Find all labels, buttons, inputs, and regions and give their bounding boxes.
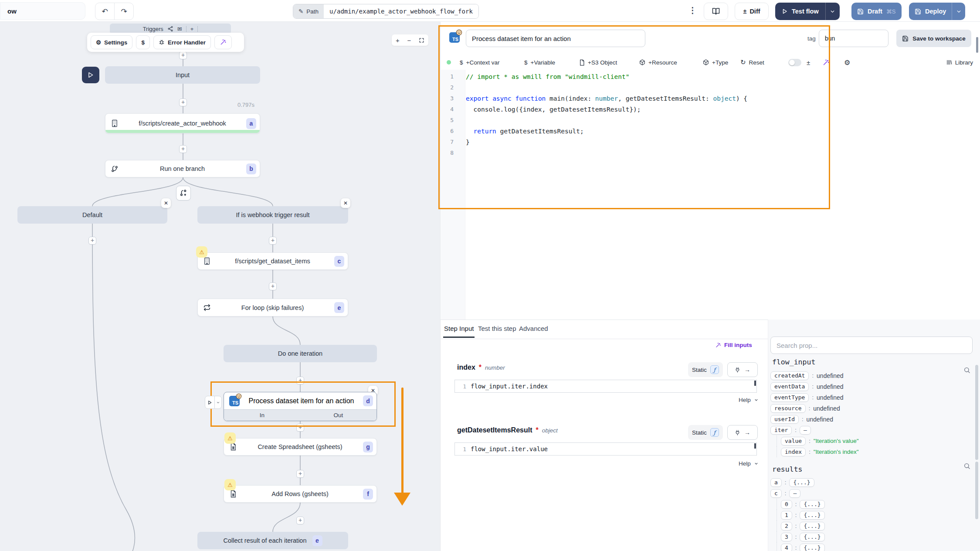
docs-button[interactable] bbox=[704, 3, 728, 20]
add-branch-button[interactable] bbox=[176, 186, 191, 201]
add-step-button[interactable]: + bbox=[269, 237, 277, 245]
scrollbar[interactable] bbox=[975, 365, 978, 460]
more-menu-button[interactable]: ⋮ bbox=[688, 5, 697, 15]
node-get-dataset-items[interactable]: f/scripts/get_dataset_items c bbox=[197, 252, 348, 270]
function-mode-icon[interactable]: ƒ bbox=[710, 365, 719, 374]
function-mode-icon[interactable]: ƒ bbox=[710, 428, 719, 437]
prop-key-pill[interactable]: 4 bbox=[781, 544, 792, 551]
prop-key-pill[interactable]: iter bbox=[770, 426, 792, 435]
delete-branch-button[interactable]: ✕ bbox=[161, 198, 171, 208]
delete-branch-button[interactable]: ✕ bbox=[341, 198, 350, 208]
node-if-branch[interactable]: If is webhook trigger result bbox=[197, 206, 348, 224]
diff-button[interactable]: ±Diff bbox=[735, 3, 769, 20]
prop-key-pill[interactable]: c bbox=[770, 489, 782, 498]
node-for-loop[interactable]: For loop (skip failures) e bbox=[197, 299, 348, 316]
search-icon[interactable] bbox=[963, 463, 970, 469]
deploy-dropdown[interactable] bbox=[952, 3, 965, 20]
undo-button[interactable]: ↶ bbox=[95, 3, 115, 20]
node-create-actor-webhook[interactable]: f/scripts/create_actor_webhook a bbox=[105, 113, 260, 133]
step-title-input[interactable] bbox=[466, 30, 645, 47]
code-editor[interactable]: 1// import * as wmill from "windmill-cli… bbox=[441, 71, 972, 158]
fill-inputs-button[interactable]: Fill inputs bbox=[715, 342, 752, 348]
library-button[interactable]: Library bbox=[946, 55, 973, 70]
tab-test-this-step[interactable]: Test this step bbox=[478, 325, 516, 332]
node-collect-result[interactable]: Collect result of each iteration e bbox=[197, 532, 348, 549]
node-do-one-iteration[interactable]: Do one iteration bbox=[224, 345, 377, 362]
add-variable-button[interactable]: $+Variable bbox=[524, 55, 555, 70]
save-to-workspace-button[interactable]: Save to workspace bbox=[896, 30, 971, 47]
ai-assistant-button[interactable] bbox=[214, 35, 232, 49]
add-step-button[interactable]: + bbox=[179, 99, 187, 106]
add-context-var-button[interactable]: $+Context var bbox=[460, 55, 499, 70]
flow-graph-canvas[interactable]: Triggers ✉ + + − ⚙Settings $ Error Handl… bbox=[0, 22, 440, 551]
prop-key-pill[interactable]: 1 bbox=[781, 511, 792, 520]
run-flow-button[interactable] bbox=[82, 67, 99, 83]
static-mode-toggle[interactable]: Static ƒ bbox=[688, 425, 723, 440]
search-icon[interactable] bbox=[963, 367, 970, 374]
plus-minus-button[interactable]: ± bbox=[807, 55, 810, 70]
node-process-dataset-item[interactable]: TS Process dataset item for an action d … bbox=[224, 392, 377, 421]
prop-key-pill[interactable]: createdAt bbox=[770, 371, 809, 380]
node-default-branch[interactable]: Default bbox=[17, 206, 167, 224]
zoom-in-button[interactable]: + bbox=[396, 37, 400, 44]
add-resource-button[interactable]: +Resource bbox=[639, 55, 677, 70]
prop-key-pill[interactable]: value bbox=[781, 437, 806, 446]
tab-step-input[interactable]: Step Input bbox=[444, 325, 474, 332]
run-step-dropdown[interactable] bbox=[214, 396, 222, 409]
fit-view-icon[interactable] bbox=[419, 37, 424, 43]
node-add-rows[interactable]: Add Rows (gsheets) f bbox=[224, 485, 377, 503]
prop-key-pill[interactable]: a bbox=[770, 478, 782, 487]
editor-settings-button[interactable]: ⚙ bbox=[844, 55, 850, 70]
zoom-out-button[interactable]: − bbox=[407, 37, 411, 44]
help-dropdown[interactable]: Help bbox=[739, 460, 759, 467]
connect-input-button[interactable]: → bbox=[727, 425, 758, 440]
expr-input-index[interactable]: 1 flow_input.iter.index bbox=[454, 380, 757, 393]
prop-key-pill[interactable]: userId bbox=[770, 415, 799, 424]
deploy-button[interactable]: Deploy bbox=[909, 3, 965, 20]
tag-input[interactable] bbox=[819, 30, 888, 47]
deploy-main[interactable]: Deploy bbox=[909, 8, 952, 15]
editor-scrollbar[interactable] bbox=[976, 37, 978, 53]
add-step-button[interactable]: + bbox=[179, 145, 187, 153]
test-flow-button[interactable]: Test flow bbox=[775, 3, 840, 20]
add-type-button[interactable]: +Type bbox=[703, 55, 728, 70]
path-field[interactable]: ✎Path u/admin/example_actor_webhook_flow… bbox=[293, 4, 479, 19]
prop-key-pill[interactable]: 0 bbox=[781, 500, 792, 509]
add-trigger-icon[interactable]: + bbox=[190, 26, 194, 32]
add-step-button[interactable]: + bbox=[296, 517, 304, 524]
node-run-one-branch[interactable]: Run one branch b bbox=[105, 160, 260, 177]
add-s3-object-button[interactable]: +S3 Object bbox=[579, 55, 617, 70]
prop-key-pill[interactable]: index bbox=[781, 448, 806, 456]
node-out-tab[interactable]: Out bbox=[300, 410, 376, 421]
reset-button[interactable]: ↻Reset bbox=[740, 55, 764, 70]
connect-input-button[interactable]: → bbox=[727, 362, 758, 377]
settings-button[interactable]: ⚙Settings bbox=[91, 35, 132, 49]
variables-button[interactable]: $ bbox=[136, 35, 150, 49]
error-handler-button[interactable]: Error Handler bbox=[153, 35, 211, 49]
prop-key-pill[interactable]: eventData bbox=[770, 382, 809, 391]
add-step-button[interactable]: + bbox=[179, 51, 187, 59]
static-mode-toggle[interactable]: Static ƒ bbox=[688, 362, 723, 377]
draft-button[interactable]: Draft ⌘S bbox=[851, 3, 902, 20]
add-step-button[interactable]: + bbox=[269, 282, 277, 290]
prop-key-pill[interactable]: 3 bbox=[781, 533, 792, 541]
redo-button[interactable]: ↷ bbox=[114, 3, 134, 20]
test-flow-dropdown[interactable] bbox=[825, 3, 840, 20]
add-step-button[interactable]: + bbox=[296, 470, 304, 478]
run-step-button[interactable] bbox=[205, 396, 215, 409]
help-dropdown[interactable]: Help bbox=[739, 397, 759, 403]
prop-key-pill[interactable]: resource bbox=[770, 404, 806, 413]
node-input[interactable]: Input bbox=[105, 66, 260, 84]
test-flow-main[interactable]: Test flow bbox=[775, 3, 825, 20]
node-create-spreadsheet[interactable]: Create Spreadsheet (gsheets) g bbox=[224, 438, 377, 456]
node-in-tab[interactable]: In bbox=[224, 410, 300, 421]
diff-mode-toggle[interactable] bbox=[788, 59, 801, 66]
tab-advanced[interactable]: Advanced bbox=[519, 325, 548, 332]
ai-assistant-button[interactable] bbox=[822, 55, 830, 70]
expr-input-getdatesetitemsresult[interactable]: 1 flow_input.iter.value bbox=[454, 442, 757, 456]
add-step-button[interactable]: + bbox=[88, 237, 96, 245]
prop-key-pill[interactable]: 2 bbox=[781, 522, 792, 531]
scrollbar[interactable] bbox=[975, 462, 978, 519]
prop-key-pill[interactable]: eventType bbox=[770, 393, 809, 402]
search-prop-input[interactable] bbox=[770, 337, 973, 354]
